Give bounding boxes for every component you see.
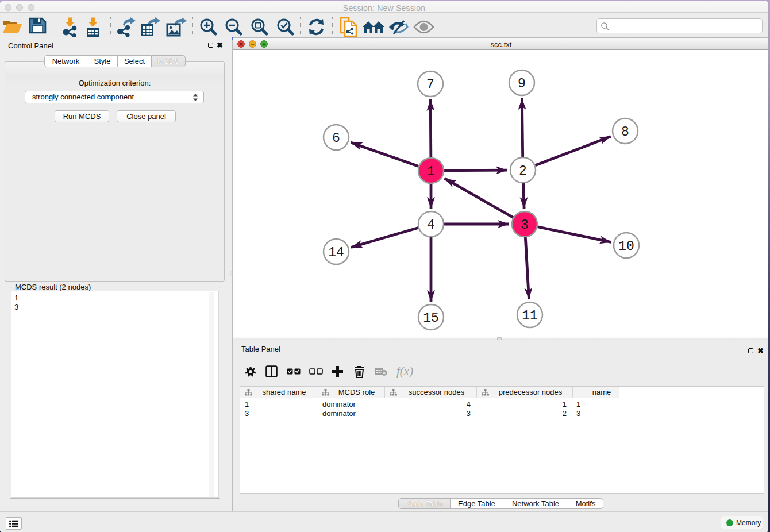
svg-text:2: 2	[519, 164, 527, 179]
svg-text:11: 11	[522, 309, 538, 323]
svg-text:4: 4	[427, 218, 435, 233]
svg-text:14: 14	[328, 245, 344, 260]
svg-text:15: 15	[423, 311, 439, 326]
svg-text:7: 7	[426, 78, 434, 92]
svg-text:3: 3	[521, 218, 529, 233]
svg-text:9: 9	[518, 76, 526, 91]
svg-text:6: 6	[332, 131, 340, 146]
svg-text:10: 10	[618, 239, 634, 254]
svg-text:8: 8	[621, 125, 629, 140]
svg-text:1: 1	[427, 164, 435, 179]
